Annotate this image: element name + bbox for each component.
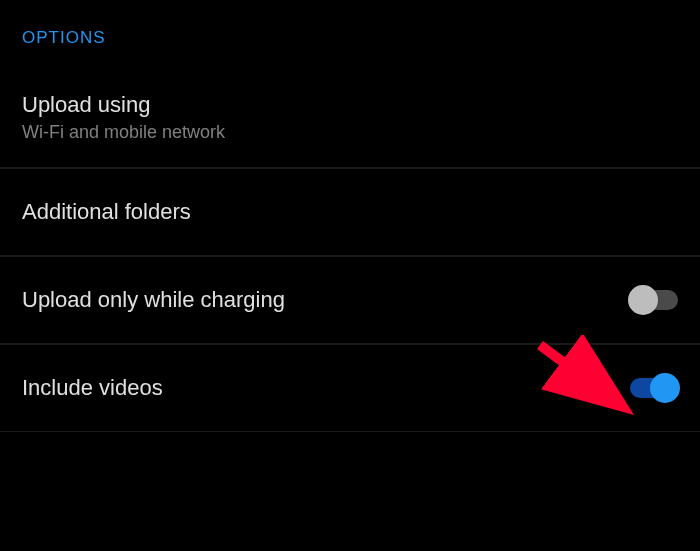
- settings-list: Upload using Wi-Fi and mobile network Ad…: [0, 68, 700, 432]
- toggle-knob: [628, 285, 658, 315]
- row-title-include-videos: Include videos: [22, 375, 163, 401]
- row-text-container: Upload using Wi-Fi and mobile network: [22, 92, 225, 143]
- toggle-knob: [650, 373, 680, 403]
- row-upload-charging[interactable]: Upload only while charging: [0, 256, 700, 344]
- row-text-container: Additional folders: [22, 199, 191, 225]
- row-title-upload-charging: Upload only while charging: [22, 287, 285, 313]
- row-additional-folders[interactable]: Additional folders: [0, 168, 700, 256]
- row-include-videos[interactable]: Include videos: [0, 344, 700, 432]
- row-upload-using[interactable]: Upload using Wi-Fi and mobile network: [0, 68, 700, 168]
- row-title-additional-folders: Additional folders: [22, 199, 191, 225]
- toggle-upload-charging[interactable]: [630, 290, 678, 310]
- row-text-container: Upload only while charging: [22, 287, 285, 313]
- row-text-container: Include videos: [22, 375, 163, 401]
- toggle-include-videos[interactable]: [630, 378, 678, 398]
- row-title-upload-using: Upload using: [22, 92, 225, 118]
- section-header-options: OPTIONS: [0, 0, 700, 68]
- row-subtitle-upload-using: Wi-Fi and mobile network: [22, 122, 225, 143]
